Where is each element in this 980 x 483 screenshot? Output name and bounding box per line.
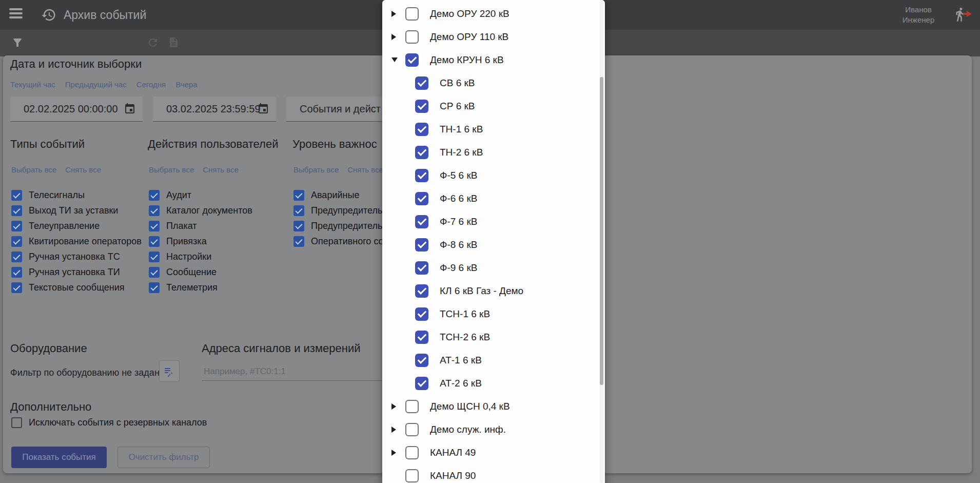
tree-node-checkbox[interactable] <box>415 192 428 205</box>
chevron-down-icon[interactable] <box>391 57 405 62</box>
tree-node-checkbox[interactable] <box>415 76 428 90</box>
filter-checkbox[interactable] <box>149 236 160 247</box>
quick-range-link[interactable]: Сегодня <box>136 80 166 89</box>
tree-node-row[interactable]: Ф-7 6 кВ <box>382 210 605 233</box>
tree-node-row[interactable]: Ф-5 6 кВ <box>382 164 605 187</box>
filter-checkbox-row[interactable]: Телеметрия <box>149 282 218 293</box>
tree-node-row[interactable]: АТ-1 6 кВ <box>382 349 605 372</box>
tree-node-row[interactable]: ТН-2 6 кВ <box>382 141 605 164</box>
filter-checkbox[interactable] <box>149 282 160 293</box>
tree-node-row[interactable]: СВ 6 кВ <box>382 71 605 94</box>
tree-node-checkbox[interactable] <box>415 123 428 136</box>
tree-node-checkbox[interactable] <box>415 354 428 367</box>
report-document-icon[interactable] <box>168 36 180 49</box>
filter-checkbox-row[interactable]: Сообщение <box>149 267 217 278</box>
filter-checkbox[interactable] <box>11 190 22 201</box>
tree-node-checkbox[interactable] <box>415 238 428 252</box>
filter-checkbox-row[interactable]: Каталог документов <box>149 205 252 216</box>
filter-checkbox-row[interactable]: Аварийные <box>293 190 359 201</box>
filter-checkbox[interactable] <box>11 282 22 293</box>
exclude-reserve-checkbox[interactable] <box>11 417 22 428</box>
filter-checkbox[interactable] <box>149 190 160 201</box>
logout-icon[interactable] <box>952 6 971 24</box>
date-to-input[interactable]: 03.02.2025 23:59:59 <box>153 96 276 122</box>
date-from-input[interactable]: 02.02.2025 00:00:00 <box>10 96 143 122</box>
filter-checkbox-row[interactable]: Телеуправление <box>11 221 100 231</box>
tree-node-checkbox[interactable] <box>405 30 419 44</box>
deselect-all-link[interactable]: Снять все <box>203 165 239 174</box>
filter-checkbox-row[interactable]: Настройки <box>149 252 211 262</box>
filter-checkbox-row[interactable]: Телесигналы <box>11 190 85 201</box>
chevron-right-icon[interactable] <box>391 11 405 17</box>
filter-checkbox-row[interactable]: Предупредительны <box>293 221 394 231</box>
tree-node-checkbox[interactable] <box>415 307 428 321</box>
filter-checkbox[interactable] <box>11 221 22 231</box>
edit-equipment-filter-button[interactable] <box>159 360 180 382</box>
tree-node-checkbox[interactable] <box>415 284 428 298</box>
refresh-icon[interactable] <box>147 36 159 49</box>
tree-node-row[interactable]: КАНАЛ 49 <box>382 441 605 464</box>
tree-node-row[interactable]: СР 6 кВ <box>382 94 605 118</box>
filter-checkbox[interactable] <box>293 221 304 231</box>
quick-range-link[interactable]: Предыдущий час <box>65 80 127 89</box>
tree-node-row[interactable]: ТСН-2 6 кВ <box>382 325 605 349</box>
chevron-right-icon[interactable] <box>391 403 405 410</box>
tree-node-checkbox[interactable] <box>405 446 419 459</box>
filter-checkbox-row[interactable]: Плакат <box>149 221 197 231</box>
filter-checkbox-row[interactable]: Квитирование операторов <box>11 236 142 247</box>
exclude-reserve-checkbox-row[interactable]: Исключать события с резервных каналов <box>11 417 207 428</box>
quick-range-link[interactable]: Вчера <box>175 80 197 89</box>
tree-node-row[interactable]: Демо служ. инф. <box>382 418 605 441</box>
filter-checkbox-row[interactable]: Предупредительны <box>293 205 394 216</box>
filter-checkbox[interactable] <box>11 236 22 247</box>
filter-checkbox-row[interactable]: Оперативного со <box>293 236 384 247</box>
select-all-link[interactable]: Выбрать все <box>293 165 339 174</box>
tree-node-checkbox[interactable] <box>405 469 419 482</box>
filter-checkbox-row[interactable]: Аудит <box>149 190 191 201</box>
deselect-all-link[interactable]: Снять все <box>65 165 101 174</box>
tree-node-row[interactable]: Демо ОРУ 110 кВ <box>382 25 605 48</box>
filter-checkbox-row[interactable]: Привязка <box>149 236 207 247</box>
filter-checkbox[interactable] <box>149 252 160 262</box>
deselect-all-link[interactable]: Снять все <box>347 165 383 174</box>
tree-node-checkbox[interactable] <box>405 400 419 413</box>
tree-node-row[interactable]: Демо ОРУ 220 кВ <box>382 2 605 25</box>
filter-checkbox[interactable] <box>11 205 22 216</box>
tree-node-row[interactable]: ТСН-1 6 кВ <box>382 302 605 325</box>
tree-node-checkbox[interactable] <box>405 423 419 436</box>
clear-filter-button[interactable]: Очистить фильтр <box>117 447 210 468</box>
chevron-right-icon[interactable] <box>391 450 405 456</box>
tree-node-checkbox[interactable] <box>415 100 428 113</box>
tree-node-row[interactable]: Ф-6 6 кВ <box>382 187 605 210</box>
calendar-icon[interactable] <box>124 103 136 115</box>
tree-scrollbar-thumb[interactable] <box>600 77 603 385</box>
tree-node-checkbox[interactable] <box>405 53 419 67</box>
filter-checkbox[interactable] <box>293 236 304 247</box>
tree-node-checkbox[interactable] <box>405 7 419 21</box>
quick-range-link[interactable]: Текущий час <box>10 80 55 89</box>
tree-node-row[interactable]: Ф-8 6 кВ <box>382 233 605 256</box>
filter-checkbox[interactable] <box>11 267 22 278</box>
filter-checkbox-row[interactable]: Выход ТИ за уставки <box>11 205 118 216</box>
filter-checkbox[interactable] <box>149 221 160 231</box>
tree-node-checkbox[interactable] <box>415 377 428 390</box>
show-events-button[interactable]: Показать события <box>11 447 107 468</box>
tree-node-row[interactable]: Демо ЩСН 0,4 кВ <box>382 395 605 418</box>
filter-checkbox-row[interactable]: Ручная установка ТИ <box>11 267 120 278</box>
select-all-link[interactable]: Выбрать все <box>11 165 56 174</box>
tree-node-row[interactable]: ТН-1 6 кВ <box>382 118 605 141</box>
select-all-link[interactable]: Выбрать все <box>149 165 194 174</box>
tree-node-row[interactable]: КАНАЛ 90 <box>382 464 605 483</box>
tree-node-row[interactable]: КЛ 6 кВ Газ - Демо <box>382 279 605 302</box>
tree-node-checkbox[interactable] <box>415 146 428 159</box>
filter-checkbox[interactable] <box>149 267 160 278</box>
filter-funnel-icon[interactable] <box>11 36 24 49</box>
tree-node-row[interactable]: АТ-2 6 кВ <box>382 372 605 395</box>
menu-icon[interactable] <box>9 8 23 22</box>
tree-node-checkbox[interactable] <box>415 261 428 275</box>
chevron-right-icon[interactable] <box>391 34 405 40</box>
filter-checkbox-row[interactable]: Текстовые сообщения <box>11 282 125 293</box>
filter-checkbox[interactable] <box>149 205 160 216</box>
tree-node-row[interactable]: Ф-9 6 кВ <box>382 256 605 279</box>
calendar-icon[interactable] <box>257 103 269 115</box>
